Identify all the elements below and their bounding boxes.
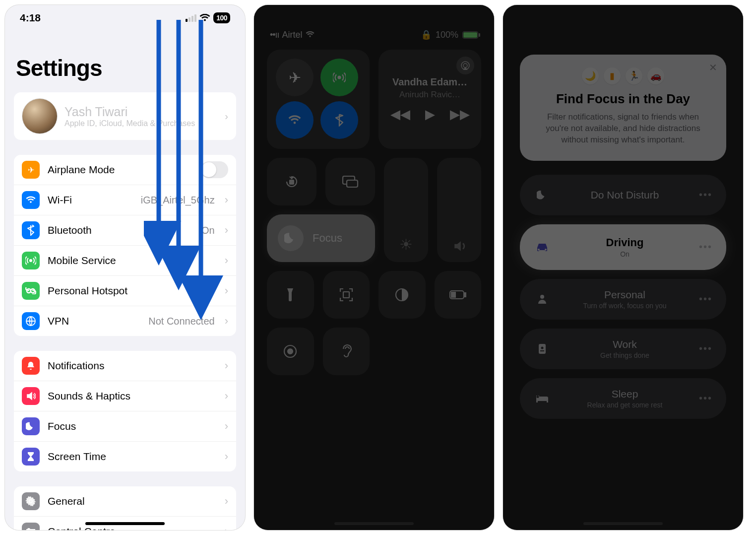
brightness-slider[interactable]: ☀	[384, 158, 428, 262]
connectivity-tile[interactable]: ✈	[267, 50, 370, 149]
control-center-screen: ••ıı Airtel 🔒 100% ✈ Vandha Edam… Anirud…	[254, 5, 494, 530]
row-hotspot[interactable]: Personal Hotspot Off ›	[14, 275, 236, 306]
focus-mode-icons: 🌙 ▮ 🏃 🚗	[535, 67, 711, 84]
row-screen-time[interactable]: Screen Time ›	[14, 441, 236, 471]
focus-label: Focus	[313, 232, 342, 245]
profile-card[interactable]: Yash Tiwari Apple ID, iCloud, Media & Pu…	[14, 92, 236, 140]
dark-mode-button[interactable]	[378, 271, 426, 319]
chevron-right-icon: ›	[225, 495, 228, 508]
focus-item-dnd[interactable]: Do Not Disturb •••	[520, 175, 726, 215]
svg-rect-21	[465, 293, 466, 297]
row-label: Focus	[48, 420, 217, 432]
hearing-button[interactable]	[323, 328, 370, 375]
row-bluetooth[interactable]: Bluetooth On ›	[14, 215, 236, 245]
volume-slider[interactable]	[437, 158, 481, 262]
moon-icon	[534, 190, 551, 201]
focus-list: Do Not Disturb ••• Driving On ••• Person…	[520, 175, 726, 419]
svg-rect-15	[290, 180, 294, 184]
bell-icon	[22, 357, 40, 375]
focus-button[interactable]: Focus	[267, 214, 375, 262]
airplay-icon[interactable]	[456, 57, 474, 74]
row-mobile-service[interactable]: Mobile Service ›	[14, 245, 236, 275]
row-sounds[interactable]: Sounds & Haptics ›	[14, 381, 236, 411]
music-tile[interactable]: Vandha Edam… Anirudh Ravic… ◀◀ ▶ ▶▶	[378, 50, 481, 149]
item-name: Do Not Disturb	[551, 189, 699, 201]
row-airplane[interactable]: ✈ Airplane Mode	[14, 155, 236, 185]
svg-point-6	[28, 529, 30, 530]
antenna-icon	[22, 252, 40, 269]
low-power-button[interactable]	[435, 271, 482, 319]
row-label: Control Centre	[48, 526, 217, 530]
cellular-toggle[interactable]	[320, 59, 358, 96]
row-label: Airplane Mode	[48, 164, 192, 176]
battery-icon	[462, 31, 478, 39]
chevron-right-icon: ›	[225, 254, 228, 267]
cellular-icon: ••ıı	[270, 30, 279, 40]
link-icon	[22, 282, 40, 300]
intro-desc: Filter notifications, signal to friends …	[535, 112, 711, 146]
orientation-lock-button[interactable]	[267, 158, 316, 205]
svg-rect-22	[451, 292, 455, 297]
carrier-label: Airtel	[282, 30, 303, 40]
home-indicator[interactable]	[334, 522, 414, 525]
system-group: Notifications › Sounds & Haptics › Focus…	[14, 351, 236, 471]
bluetooth-toggle[interactable]	[320, 101, 358, 139]
focus-item-work[interactable]: Work Get things done •••	[520, 329, 726, 369]
profile-subtitle: Apple ID, iCloud, Media & Purchases	[64, 119, 195, 128]
car-icon	[534, 242, 551, 253]
focus-item-sleep[interactable]: Sleep Relax and get some rest •••	[520, 378, 726, 419]
row-value: Not Connected	[148, 316, 214, 327]
play-button[interactable]: ▶	[425, 107, 435, 122]
item-name: Sleep	[551, 388, 699, 400]
focus-intro-card: ✕ 🌙 ▮ 🏃 🚗 Find Focus in the Day Filter n…	[520, 55, 726, 161]
screen-record-button[interactable]	[267, 328, 314, 375]
row-notifications[interactable]: Notifications ›	[14, 351, 236, 381]
row-vpn[interactable]: VPN Not Connected ›	[14, 306, 236, 336]
row-value: On	[201, 225, 215, 236]
close-button[interactable]: ✕	[709, 62, 717, 73]
home-indicator[interactable]	[583, 522, 663, 525]
home-indicator[interactable]	[85, 522, 165, 525]
item-name: Driving	[551, 236, 699, 249]
focus-item-driving[interactable]: Driving On •••	[520, 224, 726, 270]
item-name: Work	[551, 338, 699, 350]
book-icon: ▮	[604, 67, 621, 84]
forward-button[interactable]: ▶▶	[450, 107, 470, 122]
airplane-toggle[interactable]	[200, 161, 228, 178]
screen-mirroring-button[interactable]	[325, 158, 375, 205]
row-wifi[interactable]: Wi-Fi iGB_Airtel_5Ghz ›	[14, 185, 236, 215]
svg-rect-28	[540, 350, 544, 351]
more-button[interactable]: •••	[699, 343, 712, 354]
chevron-right-icon: ›	[225, 359, 228, 372]
row-focus[interactable]: Focus ›	[14, 411, 236, 441]
row-general[interactable]: General ›	[14, 486, 236, 516]
gear-icon	[22, 492, 40, 510]
cellular-icon	[186, 14, 196, 22]
airplane-toggle[interactable]: ✈	[276, 59, 314, 96]
item-sub: Relax and get some rest	[551, 401, 699, 409]
row-value: Off	[201, 285, 214, 297]
svg-point-24	[288, 349, 293, 354]
more-button[interactable]: •••	[699, 393, 712, 404]
chevron-right-icon: ›	[225, 194, 228, 206]
more-button[interactable]: •••	[699, 293, 712, 305]
more-button[interactable]: •••	[699, 189, 712, 201]
focus-item-personal[interactable]: Personal Turn off work, focus on you •••	[520, 279, 726, 320]
svg-point-27	[541, 346, 544, 349]
flashlight-button[interactable]	[267, 271, 314, 319]
more-button[interactable]: •••	[699, 241, 712, 253]
svg-rect-17	[347, 180, 358, 187]
rewind-button[interactable]: ◀◀	[390, 107, 410, 122]
item-sub: Get things done	[551, 351, 699, 359]
qr-scanner-button[interactable]	[323, 271, 370, 319]
car-icon: 🚗	[647, 67, 664, 84]
wifi-icon	[306, 30, 315, 40]
page-title: Settings	[5, 31, 245, 92]
wifi-toggle[interactable]	[276, 101, 314, 139]
chevron-right-icon: ›	[225, 390, 228, 402]
battery-pill: 100	[213, 12, 230, 23]
chevron-right-icon: ›	[225, 450, 228, 463]
row-label: VPN	[48, 315, 140, 327]
chevron-right-icon: ›	[225, 525, 228, 530]
status-icons: 100	[186, 12, 230, 23]
